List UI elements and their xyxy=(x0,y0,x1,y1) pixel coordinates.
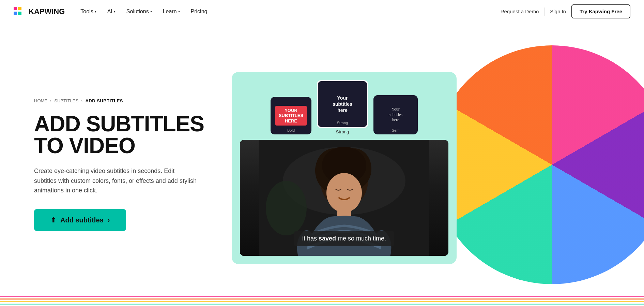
preview-card: Yoursubtitleshere Bold Yoursubtitleshere… xyxy=(232,72,457,264)
upload-icon: ⬆ xyxy=(50,216,56,224)
nav-tools[interactable]: Tools ▾ xyxy=(76,6,101,17)
arrow-right-icon: › xyxy=(108,216,110,224)
video-person-bg: it has saved me so much time. xyxy=(240,140,448,256)
hero-left: HOME › SUBTITLES › ADD SUBTITLES ADD SUB… xyxy=(0,78,225,251)
color-line-3 xyxy=(0,301,644,302)
nav-solutions[interactable]: Solutions ▾ xyxy=(122,6,157,17)
style-strong-thumb[interactable]: Yoursubtitleshere Strong xyxy=(317,80,368,128)
color-line-4 xyxy=(0,304,644,305)
serif-label: Serif xyxy=(392,128,400,132)
chevron-down-icon: ▾ xyxy=(178,10,180,13)
video-subtitle-overlay: it has saved me so much time. xyxy=(294,231,394,246)
style-strong-wrapper: Yoursubtitleshere Strong Strong xyxy=(317,80,368,134)
main-content: HOME › SUBTITLES › ADD SUBTITLES ADD SUB… xyxy=(0,23,644,306)
decorative-circle xyxy=(433,45,644,284)
color-line-2 xyxy=(0,298,644,300)
logo[interactable]: KAPWING xyxy=(14,7,65,16)
nav-learn[interactable]: Learn ▾ xyxy=(158,6,185,17)
style-bold-wrapper: Yoursubtitleshere Bold xyxy=(271,97,311,134)
chevron-down-icon: ▾ xyxy=(150,10,152,13)
decorative-color-lines xyxy=(0,296,644,306)
chevron-down-icon: ▾ xyxy=(95,10,96,13)
chevron-down-icon: ▾ xyxy=(114,10,116,13)
style-serif-wrapper: Yoursubtitleshere Serif xyxy=(373,95,418,134)
color-line-1 xyxy=(0,296,644,297)
breadcrumb-current: ADD SUBTITLES xyxy=(85,98,123,103)
logo-icon xyxy=(14,7,26,16)
selected-style-name: Strong xyxy=(336,129,349,134)
nav-pricing[interactable]: Pricing xyxy=(186,6,212,17)
style-serif-thumb[interactable]: Yoursubtitleshere Serif xyxy=(373,95,418,134)
breadcrumb-sep-2: › xyxy=(81,98,82,103)
strong-label: Strong xyxy=(337,121,348,125)
try-free-button[interactable]: Try Kapwing Free xyxy=(571,4,630,18)
svg-point-7 xyxy=(326,173,362,213)
strong-preview-text: Yoursubtitleshere xyxy=(329,95,356,114)
bold-preview-text: Yoursubtitleshere xyxy=(275,106,307,126)
serif-preview-text: Yoursubtitleshere xyxy=(385,107,406,123)
request-demo-link[interactable]: Request a Demo xyxy=(501,9,539,14)
bold-label: Bold xyxy=(287,128,295,132)
breadcrumb-sep-1: › xyxy=(50,98,51,103)
nav-links: Tools ▾ AI ▾ Solutions ▾ Learn ▾ Pricing xyxy=(76,6,212,17)
breadcrumb-home[interactable]: HOME xyxy=(34,98,47,103)
sign-in-button[interactable]: Sign In xyxy=(550,9,566,14)
nav-divider xyxy=(544,8,545,16)
video-frame: it has saved me so much time. xyxy=(240,140,448,256)
hero-right: Yoursubtitleshere Bold Yoursubtitleshere… xyxy=(225,23,644,306)
svg-point-2 xyxy=(266,181,307,235)
style-options-row: Yoursubtitleshere Bold Yoursubtitleshere… xyxy=(240,80,448,134)
logo-text: KAPWING xyxy=(29,7,65,16)
breadcrumb: HOME › SUBTITLES › ADD SUBTITLES xyxy=(34,98,204,103)
add-subtitles-button[interactable]: ⬆ Add subtitles › xyxy=(34,209,126,231)
breadcrumb-subtitles[interactable]: SUBTITLES xyxy=(54,98,78,103)
hero-description: Create eye-catching video subtitles in s… xyxy=(34,166,198,195)
nav-ai[interactable]: AI ▾ xyxy=(103,6,120,17)
nav-right: Request a Demo Sign In Try Kapwing Free xyxy=(501,4,630,18)
navbar: KAPWING Tools ▾ AI ▾ Solutions ▾ Learn ▾… xyxy=(0,0,644,23)
hero-title: ADD SUBTITLES TO VIDEO xyxy=(34,113,204,157)
style-bold-thumb[interactable]: Yoursubtitleshere Bold xyxy=(271,97,311,134)
nav-left: KAPWING Tools ▾ AI ▾ Solutions ▾ Learn ▾… xyxy=(14,6,212,17)
